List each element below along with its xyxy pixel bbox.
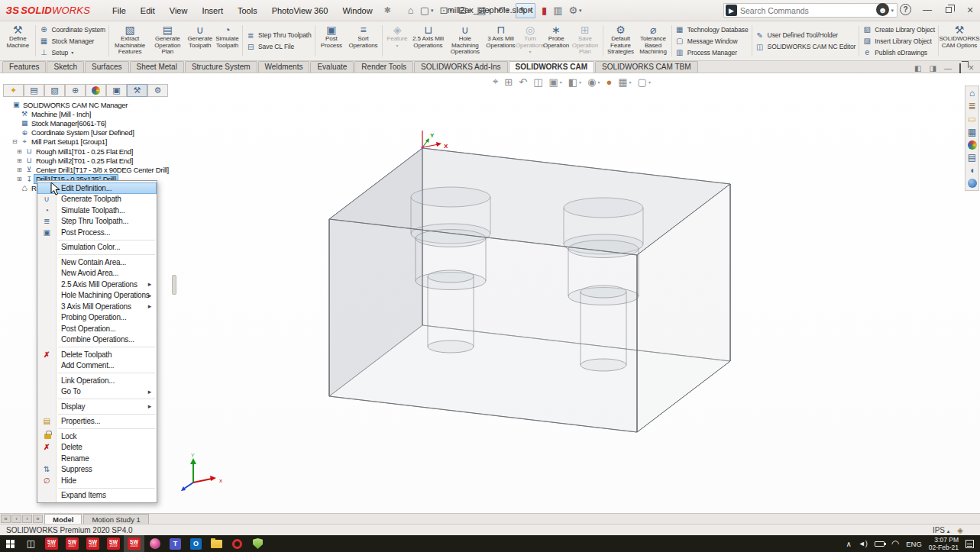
- feature-manager-tab-button[interactable]: ✦: [3, 84, 24, 97]
- tree-item[interactable]: ▦Stock Manager[6061-T6]: [2, 118, 177, 128]
- tree-item-label[interactable]: Coordinate System [User Defined]: [29, 128, 137, 137]
- menu-item-probing-operation[interactable]: Probing Operation...: [37, 312, 157, 324]
- default-feature-strategies-button[interactable]: ⚙Default Feature Strategies: [605, 22, 636, 60]
- process-manager-button[interactable]: ▥Process Manager: [675, 47, 749, 58]
- expander-plus-icon[interactable]: ⊞: [17, 148, 24, 155]
- nav-next-button[interactable]: ›: [22, 515, 32, 523]
- new-document-button[interactable]: ▢▾: [420, 3, 434, 18]
- tree-item[interactable]: ⊞⊻Center Drill1[T17 - 3/8 x 90DEG Center…: [2, 165, 177, 174]
- menu-item-delete-toolpath[interactable]: ✗Delete Toolpath: [37, 349, 157, 360]
- tree-item[interactable]: ⚒Machine [Mill - Inch]: [2, 109, 177, 118]
- dimxpert-manager-tab-button[interactable]: ⊕: [65, 84, 86, 97]
- generate-operation-plan-button[interactable]: ▤Generate Operation Plan: [149, 22, 186, 60]
- tab-evaluate[interactable]: Evaluate: [310, 61, 354, 73]
- 2-5-axis-mill-operations-button[interactable]: ⊔2.5 Axis Mill Operations: [410, 22, 446, 60]
- menu-item-delete[interactable]: ✗Delete: [37, 442, 157, 454]
- tolerance-based-machining-button[interactable]: ⌀Tolerance Based Machining: [636, 22, 670, 60]
- cam-tools-tab-button[interactable]: ⚙: [147, 84, 168, 97]
- menu-item-new-contain-area[interactable]: New Contain Area...: [37, 257, 157, 268]
- solidworks-2019-button[interactable]: SW2019: [103, 535, 124, 552]
- menu-item-suppress[interactable]: ⇅Suppress: [37, 464, 157, 476]
- tree-item-label[interactable]: SOLIDWORKS CAM NC Manager: [21, 100, 130, 110]
- expander-plus-icon[interactable]: ⊞: [17, 176, 24, 182]
- publish-edrawings-button[interactable]: ePublish eDrawings: [862, 47, 935, 58]
- tree-item[interactable]: ⊞⊔Rough Mill2[T01 - 0.25 Flat End]: [2, 156, 177, 165]
- resources-home-icon[interactable]: ⌂: [969, 89, 975, 98]
- tree-item[interactable]: ▣SOLIDWORKS CAM NC Manager: [2, 100, 177, 109]
- menu-item-expand-items[interactable]: Expand Items: [37, 490, 157, 502]
- doc-restore-button[interactable]: [959, 64, 961, 73]
- tree-item-label[interactable]: Stock Manager[6061-T6]: [29, 118, 108, 128]
- tree-item-label[interactable]: Center Drill1[T17 - 3/8 x 90DEG Center D…: [34, 165, 171, 175]
- probe-operation-button[interactable]: ∗Probe Operation: [543, 22, 569, 60]
- expander-plus-icon[interactable]: ⊞: [17, 157, 24, 164]
- setup-button[interactable]: ⊥Setup▾: [39, 47, 105, 58]
- restore-button[interactable]: [943, 4, 954, 16]
- menu-item-link-operation[interactable]: Link Operation...: [37, 375, 157, 386]
- menu-item-post-operation[interactable]: Post Operation...: [37, 323, 157, 334]
- view-palette-icon[interactable]: ▦: [968, 128, 976, 137]
- solidworks-cam-nc-editor-button[interactable]: ◫SOLIDWORKS CAM NC Editor: [755, 41, 856, 52]
- tab-weldments[interactable]: Weldments: [258, 61, 310, 73]
- home-button[interactable]: ⌂: [408, 3, 414, 18]
- tab-solidworks-cam-tbm[interactable]: SOLIDWORKS CAM TBM: [595, 61, 698, 73]
- solidworks-2016-button[interactable]: SW2016: [41, 535, 62, 552]
- tab-sketch[interactable]: Sketch: [47, 61, 84, 73]
- dropdown-caret-icon[interactable]: ▾: [431, 8, 434, 14]
- tree-item[interactable]: ⊕Coordinate System [User Defined]: [2, 128, 177, 137]
- menu-edit[interactable]: Edit: [140, 5, 156, 17]
- cam-feature-tree-tab-button[interactable]: ▣: [106, 84, 127, 97]
- configuration-manager-tab-button[interactable]: ▧: [44, 84, 65, 97]
- simulate-toolpath-button[interactable]: ◔Simulate Toolpath: [214, 22, 241, 60]
- solidworks-2017-button[interactable]: SW2017: [62, 535, 82, 552]
- file-explorer-app-button[interactable]: [206, 535, 227, 552]
- menu-item-lock[interactable]: Lock: [37, 431, 157, 442]
- nav-last-button[interactable]: »: [33, 515, 43, 523]
- menu-insert[interactable]: Insert: [201, 5, 224, 17]
- doc-close-button[interactable]: ×: [969, 63, 974, 73]
- minimize-button[interactable]: —: [922, 4, 933, 16]
- expander-minus-icon[interactable]: ⊟: [12, 138, 20, 145]
- design-library-icon[interactable]: ≣: [968, 102, 975, 111]
- message-window-button[interactable]: ▢Message Window: [675, 36, 749, 47]
- nav-first-button[interactable]: «: [1, 515, 11, 523]
- close-button[interactable]: ×: [965, 4, 975, 16]
- save-cl-file-button[interactable]: ⊟Save CL File: [246, 41, 312, 52]
- volume-icon[interactable]: ◄): [859, 540, 868, 547]
- stock-manager-button[interactable]: ▦Stock Manager: [39, 36, 105, 47]
- display-manager-tab-button[interactable]: [86, 84, 106, 97]
- graphics-viewport[interactable]: ⌖⊞↶◫▣▾◧▾◉▾●▦▾▢▾: [0, 73, 980, 513]
- pane-splitter-handle[interactable]: [172, 275, 176, 295]
- menu-item-post-process[interactable]: ▣Post Process...: [37, 227, 157, 238]
- coordinate-system-button[interactable]: ⊕Coordinate System: [39, 24, 105, 35]
- battery-icon[interactable]: [875, 541, 885, 547]
- tab-solidworks-add-ins[interactable]: SOLIDWORKS Add-Ins: [414, 61, 507, 73]
- help-icon[interactable]: ?: [900, 4, 911, 15]
- tab-surfaces[interactable]: Surfaces: [85, 61, 128, 73]
- start-button[interactable]: [0, 535, 21, 552]
- dropdown-caret-icon[interactable]: ▾: [579, 8, 582, 14]
- teams-button[interactable]: T: [165, 535, 186, 552]
- tree-item-label[interactable]: Rough Mill1[T01 - 0.25 Flat End]: [34, 147, 135, 157]
- menu-item-3-axis-mill-operations[interactable]: 3 Axis Mill Operations▸: [37, 301, 157, 312]
- network-icon[interactable]: ◠: [891, 538, 899, 549]
- menu-view[interactable]: View: [169, 5, 189, 17]
- menu-item-properties[interactable]: ▤Properties...: [37, 416, 157, 428]
- cam-operation-tree-tab-button[interactable]: ⚒: [127, 84, 147, 97]
- hole-machining-operations-button[interactable]: ∪Hole Machining Operations: [446, 22, 484, 60]
- tab-sheet-metal[interactable]: Sheet Metal: [130, 61, 184, 73]
- language-indicator[interactable]: ENG: [906, 540, 922, 548]
- status-tag-icon[interactable]: ◈: [957, 526, 963, 534]
- menu-item-display[interactable]: Display▸: [37, 401, 157, 412]
- menu-photoview-360[interactable]: PhotoView 360: [271, 5, 329, 17]
- tab-structure-system[interactable]: Structure System: [185, 61, 257, 73]
- units-selector[interactable]: IPS ▴: [933, 526, 949, 534]
- property-manager-tab-button[interactable]: ▤: [24, 84, 44, 97]
- pin-icon[interactable]: ✱: [384, 5, 391, 15]
- pane-left-icon[interactable]: ◧: [914, 64, 921, 73]
- menu-file[interactable]: File: [112, 5, 127, 17]
- extract-machinable-features-button[interactable]: ▧Extract Machinable Features: [111, 22, 149, 60]
- 3-axis-mill-operations-button[interactable]: ⊓3 Axis Mill Operations: [484, 22, 517, 60]
- menu-item-simulate-toolpath[interactable]: ◔Simulate Toolpath...: [37, 205, 157, 216]
- file-explorer-icon[interactable]: ▭: [968, 115, 976, 124]
